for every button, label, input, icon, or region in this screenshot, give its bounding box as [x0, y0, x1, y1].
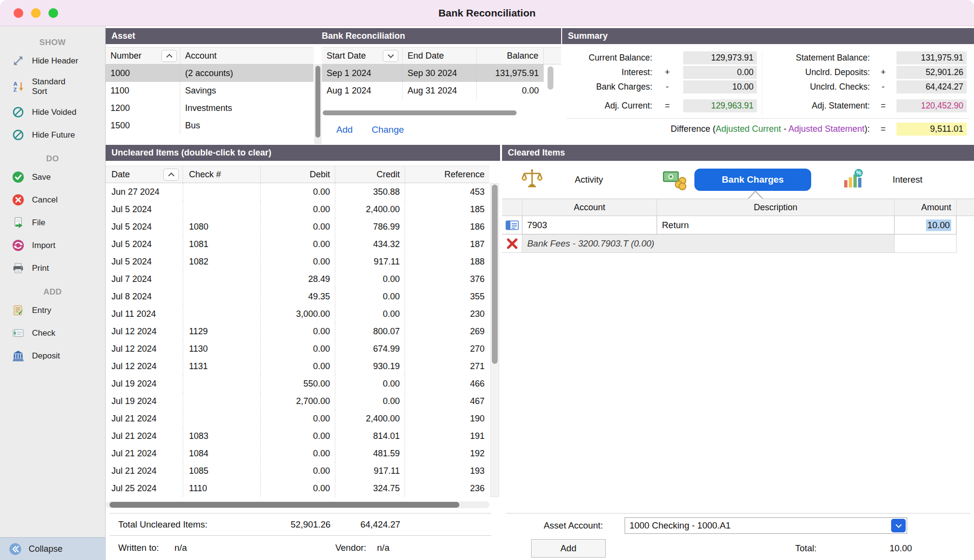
column-header-account[interactable]: Account — [180, 47, 314, 64]
uncleared-row[interactable]: Jul 19 2024 550.00 0.00 466 — [106, 375, 489, 392]
recon-vertical-scrollbar[interactable] — [548, 66, 553, 90]
sort-asc-icon[interactable] — [161, 50, 177, 62]
difference-label: Difference (Adjusted Current - Adjusted … — [671, 124, 870, 134]
sidebar-item-check[interactable]: $ Check — [0, 322, 105, 344]
sidebar-item-hide-future[interactable]: Hide Future — [0, 124, 105, 146]
sidebar-item-standard-sort[interactable]: AZ Standard Sort — [0, 72, 105, 101]
add-charge-button[interactable]: Add — [531, 539, 606, 558]
uncleared-row[interactable]: Jul 5 2024 0.00 2,400.00 185 — [106, 201, 489, 218]
delete-row-icon[interactable] — [502, 234, 522, 253]
credit-cell: 814.01 — [335, 427, 405, 445]
column-header-start-date[interactable]: Start Date — [322, 47, 403, 64]
uncleared-row[interactable]: Jul 12 2024 1131 0.00 930.19 271 — [106, 358, 489, 375]
uncleared-row[interactable]: Jul 8 2024 49.35 0.00 355 — [106, 288, 489, 305]
cleared-bottom-row: Add Total: 10.00 — [502, 539, 974, 559]
asset-row[interactable]: 1000 (2 accounts) — [106, 64, 314, 82]
uncleared-row[interactable]: Jul 5 2024 1080 0.00 786.99 186 — [106, 218, 489, 235]
scrollbar-thumb[interactable] — [315, 66, 320, 138]
collapse-bar[interactable]: Collapse — [0, 537, 105, 560]
cleared-row[interactable]: 7903 Return 10.00 — [502, 216, 974, 234]
amount-value-selected[interactable]: 10.00 — [926, 219, 951, 231]
change-reconciliation-link[interactable]: Change — [372, 124, 404, 135]
sidebar-item-save[interactable]: Save — [0, 166, 105, 188]
sidebar-item-label: Cancel — [32, 195, 58, 205]
asset-row[interactable]: 1500 Bus — [106, 117, 314, 134]
uncleared-horizontal-scrollbar[interactable] — [106, 501, 489, 508]
chevron-down-icon[interactable] — [383, 50, 398, 62]
asset-row[interactable]: 1100 Savings — [106, 82, 314, 99]
sidebar-item-label: File — [32, 218, 45, 228]
summary-label: Statement Balance: — [763, 53, 870, 63]
date-cell: Jul 12 2024 — [106, 323, 183, 340]
uncleared-row[interactable]: Jul 7 2024 28.49 0.00 376 — [106, 270, 489, 288]
column-header-balance[interactable]: Balance — [477, 47, 544, 64]
uncleared-row[interactable]: Jul 21 2024 1083 0.00 814.01 191 — [106, 427, 489, 445]
account-cell[interactable]: 7903 — [522, 216, 657, 234]
uncleared-row[interactable]: Jul 21 2024 1084 0.00 481.59 192 — [106, 445, 489, 462]
uncleared-row[interactable]: Jul 19 2024 2,700.00 0.00 467 — [106, 392, 489, 410]
zoom-button[interactable] — [48, 8, 58, 18]
money-icon[interactable] — [662, 167, 689, 192]
uncleared-row[interactable]: Jul 12 2024 1129 0.00 800.07 269 — [106, 323, 489, 340]
asset-row[interactable]: 1200 Investments — [106, 99, 314, 117]
scrollbar-thumb[interactable] — [492, 185, 498, 364]
column-header-account[interactable]: Account — [522, 199, 657, 216]
uncleared-vertical-scrollbar[interactable] — [490, 183, 499, 497]
uncleared-row[interactable]: Jul 5 2024 1082 0.00 917.11 188 — [106, 253, 489, 270]
recon-row[interactable]: Aug 1 2024 Aug 31 2024 0.00 — [322, 82, 544, 99]
uncleared-row[interactable]: Jul 21 2024 1085 0.00 917.11 193 — [106, 462, 489, 480]
close-button[interactable] — [14, 8, 23, 18]
column-header-end-date[interactable]: End Date — [403, 47, 477, 64]
asset-account-dropdown[interactable]: 1000 Checking - 1000.A1 — [625, 517, 907, 534]
column-header-description[interactable]: Description — [657, 199, 895, 216]
uncleared-row[interactable]: Jul 25 2024 1110 0.00 324.75 236 — [106, 480, 489, 497]
uncleared-row[interactable]: Jun 27 2024 0.00 350.88 453 — [106, 183, 489, 201]
tab-activity[interactable]: Activity — [575, 173, 603, 186]
check-number-cell: 1110 — [183, 480, 261, 497]
journal-entry-icon — [12, 304, 25, 317]
sort-asc-icon[interactable] — [163, 169, 179, 181]
sidebar-item-cancel[interactable]: Cancel — [0, 188, 105, 211]
scrollbar-thumb[interactable] — [110, 502, 459, 508]
scales-icon[interactable] — [520, 168, 546, 191]
ledger-card-icon[interactable] — [502, 216, 522, 234]
recon-horizontal-scrollbar[interactable] — [323, 110, 517, 115]
reference-cell: 467 — [405, 392, 489, 410]
tab-interest[interactable]: Interest — [893, 173, 923, 186]
minimize-button[interactable] — [31, 8, 41, 18]
tab-bank-charges[interactable]: Bank Charges — [694, 169, 811, 191]
sidebar-item-file[interactable]: File — [0, 211, 105, 234]
date-cell: Jul 21 2024 — [106, 445, 183, 462]
debit-cell: 0.00 — [261, 201, 335, 218]
sidebar-item-deposit[interactable]: Deposit — [0, 344, 105, 367]
uncleared-row[interactable]: Jul 11 2024 3,000.00 0.00 230 — [106, 305, 489, 323]
sidebar-item-print[interactable]: Print — [0, 257, 105, 280]
column-header-check[interactable]: Check # — [183, 166, 261, 183]
uncleared-row[interactable]: Jul 12 2024 1130 0.00 674.99 270 — [106, 340, 489, 358]
column-header-reference[interactable]: Reference — [405, 166, 489, 183]
red-x-circle-icon — [12, 193, 25, 206]
uncleared-row[interactable]: Jul 5 2024 1081 0.00 434.32 187 — [106, 235, 489, 253]
summary-value: 129,963.91 — [683, 99, 757, 112]
sidebar-item-hide-header[interactable]: Hide Header — [0, 49, 105, 72]
percent-chart-icon[interactable]: % — [841, 168, 866, 191]
sidebar-item-import[interactable]: Import — [0, 234, 105, 257]
column-header-date[interactable]: Date — [106, 166, 183, 183]
add-reconciliation-link[interactable]: Add — [336, 124, 353, 135]
sidebar-item-hide-voided[interactable]: Hide Voided — [0, 101, 105, 124]
column-header-number[interactable]: Number — [106, 47, 180, 64]
credit-cell: 2,400.00 — [335, 410, 405, 427]
description-cell[interactable]: Return — [657, 216, 895, 234]
column-header-debit[interactable]: Debit — [261, 166, 335, 183]
uncleared-row[interactable]: Jul 21 2024 0.00 2,400.00 190 — [106, 410, 489, 427]
recon-row[interactable]: Sep 1 2024 Sep 30 2024 131,975.91 — [322, 64, 544, 82]
sidebar-item-entry[interactable]: Entry — [0, 299, 105, 322]
credit-cell: 800.07 — [335, 323, 405, 340]
column-header-amount[interactable]: Amount — [895, 199, 957, 216]
amount-cell[interactable]: 10.00 — [895, 216, 957, 234]
asset-vertical-scrollbar[interactable] — [314, 64, 321, 144]
cleared-hint-row[interactable]: Bank Fees - 3200.7903.T (0.00) — [502, 234, 974, 253]
column-header-credit[interactable]: Credit — [335, 166, 405, 183]
summary-label: Current Balance: — [562, 53, 652, 63]
dropdown-chevron-icon[interactable] — [891, 519, 906, 532]
